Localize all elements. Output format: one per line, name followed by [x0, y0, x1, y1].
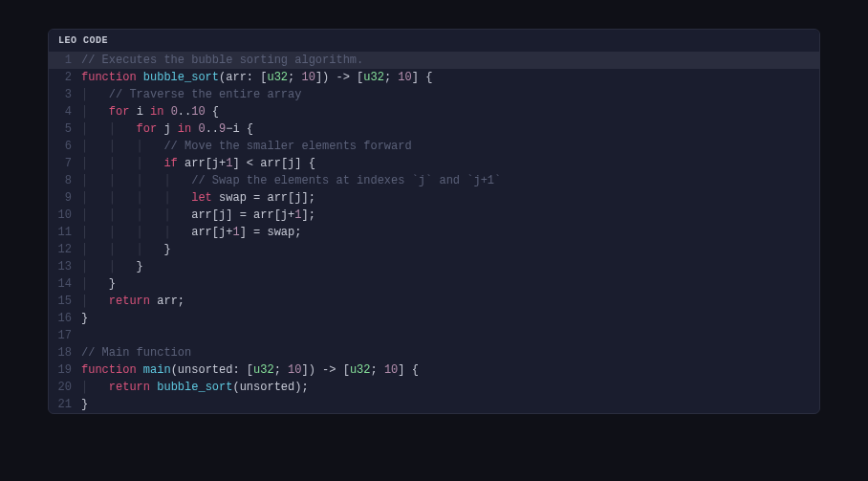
line-number: 13	[49, 258, 81, 275]
line-number: 14	[49, 275, 81, 293]
line-number: 21	[49, 396, 81, 413]
function-name: main	[143, 363, 171, 377]
code-line: 12 │ │ │ }	[49, 241, 819, 258]
code-line: 14 │ }	[49, 275, 819, 293]
line-number: 9	[49, 189, 81, 207]
keyword: function	[81, 71, 137, 84]
comment: // Swap the elements at indexes `j` and …	[191, 174, 501, 187]
line-number: 10	[49, 207, 81, 224]
line-number: 5	[49, 120, 81, 138]
code-line: 17	[49, 327, 819, 344]
line-number: 4	[49, 103, 81, 120]
code-line: 13 │ │ }	[49, 258, 819, 275]
panel-title: LEO CODE	[49, 30, 819, 52]
comment: // Traverse the entire array	[109, 88, 302, 101]
line-number: 11	[49, 224, 81, 241]
line-number: 20	[49, 379, 81, 396]
comment: // Main function	[81, 346, 191, 360]
line-number: 17	[49, 327, 81, 344]
code-line: 5 │ │ for j in 0..9−i {	[49, 120, 819, 138]
code-line: 1 // Executes the bubble sorting algorit…	[49, 52, 819, 69]
code-line: 4 │ for i in 0..10 {	[49, 103, 819, 120]
code-line: 19 function main(unsorted: [u32; 10]) ->…	[49, 361, 819, 379]
code-line: 2 function bubble_sort(arr: [u32; 10]) -…	[49, 69, 819, 86]
line-number: 15	[49, 293, 81, 310]
code-line: 3 │ // Traverse the entire array	[49, 86, 819, 103]
code-line: 18 // Main function	[49, 344, 819, 361]
line-number: 2	[49, 69, 81, 86]
line-number: 16	[49, 310, 81, 327]
line-number: 19	[49, 361, 81, 379]
code-line: 16 }	[49, 310, 819, 327]
code-line: 20 │ return bubble_sort(unsorted);	[49, 379, 819, 396]
comment: // Move the smaller elements forward	[163, 140, 411, 153]
line-number: 3	[49, 86, 81, 103]
line-number: 12	[49, 241, 81, 258]
code-line: 7 │ │ │ if arr[j+1] < arr[j] {	[49, 155, 819, 172]
code-line: 10 │ │ │ │ arr[j] = arr[j+1];	[49, 207, 819, 224]
function-name: bubble_sort	[143, 71, 219, 84]
line-number: 6	[49, 138, 81, 155]
line-number: 18	[49, 344, 81, 361]
code-line: 15 │ return arr;	[49, 293, 819, 310]
code-line: 21 }	[49, 396, 819, 413]
line-number: 8	[49, 172, 81, 189]
line-number: 1	[49, 52, 81, 69]
code-line: 11 │ │ │ │ arr[j+1] = swap;	[49, 224, 819, 241]
code-line: 8 │ │ │ │ // Swap the elements at indexe…	[49, 172, 819, 189]
code-line: 6 │ │ │ // Move the smaller elements for…	[49, 138, 819, 155]
code-block: 1 // Executes the bubble sorting algorit…	[49, 52, 819, 413]
code-panel: LEO CODE 1 // Executes the bubble sortin…	[48, 29, 820, 414]
line-number: 7	[49, 155, 81, 172]
code-line: 9 │ │ │ │ let swap = arr[j];	[49, 189, 819, 207]
type: u32	[267, 71, 288, 84]
comment: // Executes the bubble sorting algorithm…	[81, 54, 363, 67]
